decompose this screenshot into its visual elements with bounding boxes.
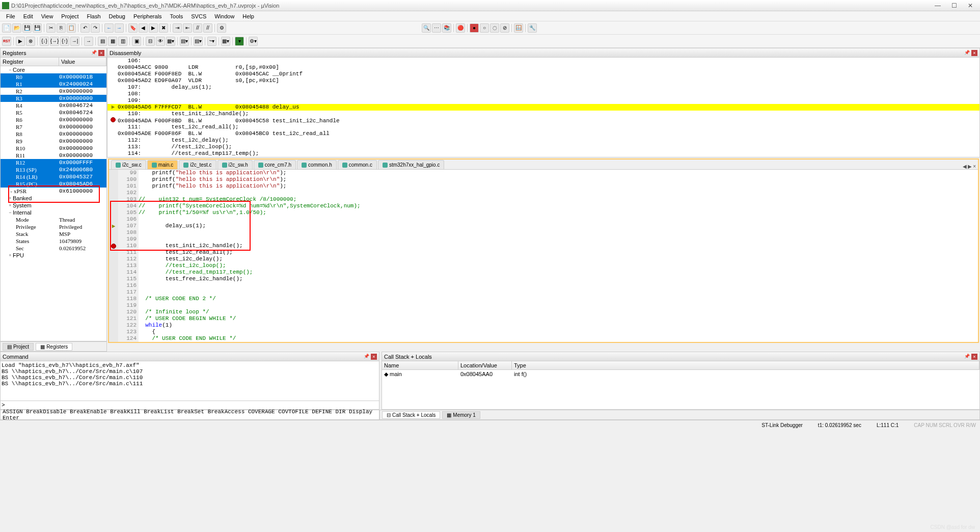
register-row[interactable]: R50x08046724 <box>1 109 106 116</box>
callstack-row[interactable]: ◆ main 0x08045AA0 int f() <box>382 370 979 379</box>
breakpoint-insert-button[interactable]: ● <box>470 23 479 33</box>
menu-flash[interactable]: Flash <box>83 12 105 20</box>
editor-content[interactable]: ▶ 99100101102103104105106107108109110111… <box>109 170 978 342</box>
register-row[interactable]: R10x24000024 <box>1 81 106 88</box>
debug-start-button[interactable]: 🔴 <box>456 23 465 33</box>
books-button[interactable]: 📚 <box>442 23 451 33</box>
analysis-window-button[interactable]: ▤▾ <box>194 37 203 46</box>
pin-icon[interactable]: 📌 <box>364 354 370 360</box>
new-file-button[interactable]: 📄 <box>2 23 11 33</box>
file-tab[interactable]: stm32h7xx_hal_gpio.c <box>378 160 445 169</box>
register-row[interactable]: R80x00000000 <box>1 130 106 138</box>
trace-window-button[interactable]: ~▾ <box>207 37 216 46</box>
file-tab[interactable]: i2c_sw.c <box>111 160 146 169</box>
toolbox-button[interactable]: ▾ <box>235 37 244 46</box>
register-row[interactable]: R20x00000000 <box>1 88 106 95</box>
register-row[interactable]: R70x00000000 <box>1 123 106 130</box>
menu-project[interactable]: Project <box>57 12 83 20</box>
uncomment-button[interactable]: // <box>203 23 212 33</box>
register-row[interactable]: R100x00000000 <box>1 145 106 152</box>
save-button[interactable]: 💾 <box>22 23 32 33</box>
open-file-button[interactable]: 📂 <box>12 23 21 33</box>
bookmark-next-button[interactable]: ▶ <box>149 23 158 33</box>
outdent-button[interactable]: ⇤ <box>183 23 192 33</box>
show-next-button[interactable]: → <box>84 37 93 46</box>
register-row[interactable]: R13 (SP)0x240006B0 <box>1 166 106 173</box>
step-over-button[interactable]: {→} <box>50 37 59 46</box>
run-to-cursor-button[interactable]: →| <box>70 37 79 46</box>
register-row[interactable]: R30x00000000 <box>1 95 106 102</box>
register-row[interactable]: R40x08046724 <box>1 102 106 109</box>
register-row[interactable]: R90x00000000 <box>1 138 106 145</box>
cs-col-type[interactable]: Type <box>512 361 979 369</box>
pin-icon[interactable]: 📌 <box>91 50 97 56</box>
bookmark-clear-button[interactable]: ✖ <box>159 23 168 33</box>
breakpoint-kill-button[interactable]: ⊘ <box>500 23 509 33</box>
menu-file[interactable]: File <box>2 12 19 20</box>
file-tab[interactable]: common.h <box>297 160 337 169</box>
manage-button[interactable]: ⋯ <box>432 23 441 33</box>
step-out-button[interactable]: {↑} <box>60 37 69 46</box>
cs-col-name[interactable]: Name <box>382 361 458 369</box>
panel-close-button[interactable]: × <box>971 50 977 56</box>
nav-fwd-button[interactable]: → <box>115 23 124 33</box>
file-tab[interactable]: core_cm7.h <box>254 160 296 169</box>
panel-close-button[interactable]: × <box>971 354 977 360</box>
panel-close-button[interactable]: × <box>371 354 377 360</box>
comment-button[interactable]: // <box>193 23 202 33</box>
menu-tools[interactable]: Tools <box>166 12 187 20</box>
project-tab[interactable]: ▤Project <box>3 343 34 351</box>
serial-window-button[interactable]: ▤▾ <box>180 37 189 46</box>
file-tab[interactable]: i2c_test.c <box>179 160 216 169</box>
internal-row[interactable]: States10479809 <box>1 237 106 245</box>
value-col-header[interactable]: Value <box>59 58 106 66</box>
register-row[interactable]: R110x00000000 <box>1 152 106 159</box>
menu-window[interactable]: Window <box>210 12 238 20</box>
file-tab[interactable]: common.c <box>338 160 377 169</box>
register-row[interactable]: R15 (PC)0x08045AD6 <box>1 180 106 188</box>
register-row[interactable]: R00x0000001B <box>1 73 106 81</box>
disassembly-content[interactable]: 106: 0x08045ACC 9800 LDR r0,[sp,#0x00] 0… <box>107 58 979 157</box>
configure-button[interactable]: 🔧 <box>528 23 537 33</box>
copy-button[interactable]: ⎘ <box>57 23 66 33</box>
register-col-header[interactable]: Register <box>1 58 59 66</box>
menu-edit[interactable]: Edit <box>19 12 37 20</box>
indent-button[interactable]: ⇥ <box>173 23 182 33</box>
pin-icon[interactable]: 📌 <box>964 354 970 360</box>
register-row[interactable]: R60x00000000 <box>1 116 106 123</box>
close-button[interactable]: ✕ <box>963 1 978 10</box>
pin-icon[interactable]: 📌 <box>964 50 970 56</box>
minimize-button[interactable]: — <box>930 1 945 10</box>
file-tab[interactable]: i2c_sw.h <box>217 160 253 169</box>
paste-button[interactable]: 📋 <box>67 23 76 33</box>
menu-help[interactable]: Help <box>238 12 258 20</box>
breakpoint-disable-button[interactable]: ◌ <box>490 23 499 33</box>
bookmark-button[interactable]: 🔖 <box>128 23 138 33</box>
internal-row[interactable]: StackMSP <box>1 230 106 237</box>
cut-button[interactable]: ✂ <box>46 23 56 33</box>
stop-button[interactable]: ⊗ <box>26 37 35 46</box>
panel-close-button[interactable]: × <box>98 50 104 56</box>
command-output[interactable]: Load "haptics_evb_h7\\haptics_evb_h7.axf… <box>1 361 379 401</box>
save-all-button[interactable]: 💾 <box>33 23 42 33</box>
redo-button[interactable]: ↷ <box>91 23 100 33</box>
debug-settings-button[interactable]: ⚙▾ <box>249 37 258 46</box>
cs-col-loc[interactable]: Location/Value <box>458 361 512 369</box>
internal-row[interactable]: Sec0.02619952 <box>1 245 106 252</box>
callstack-window-button[interactable]: ⊟ <box>146 37 155 46</box>
memory-tab[interactable]: ▦Memory 1 <box>442 411 480 419</box>
registers-window-button[interactable]: ▣ <box>132 37 141 46</box>
breakpoint-enable-button[interactable]: ○ <box>480 23 489 33</box>
register-row[interactable]: R120x0000FFFF <box>1 159 106 166</box>
registers-tab[interactable]: ▦Registers <box>36 343 72 351</box>
nav-back-button[interactable]: ← <box>104 23 114 33</box>
system-viewer-button[interactable]: ▦▾ <box>221 37 230 46</box>
registers-tree[interactable]: −Core R00x0000001BR10x24000024R20x000000… <box>1 66 106 341</box>
symbols-window-button[interactable]: ▥ <box>118 37 127 46</box>
window-button[interactable]: 🪟 <box>514 23 523 33</box>
callstack-tab[interactable]: ⊟Call Stack + Locals <box>382 411 440 419</box>
command-input[interactable]: > <box>1 401 379 409</box>
memory-window-button[interactable]: ▦▾ <box>166 37 175 46</box>
run-button[interactable]: ▶ <box>16 37 25 46</box>
register-row[interactable]: R14 (LR)0x08045327 <box>1 173 106 180</box>
